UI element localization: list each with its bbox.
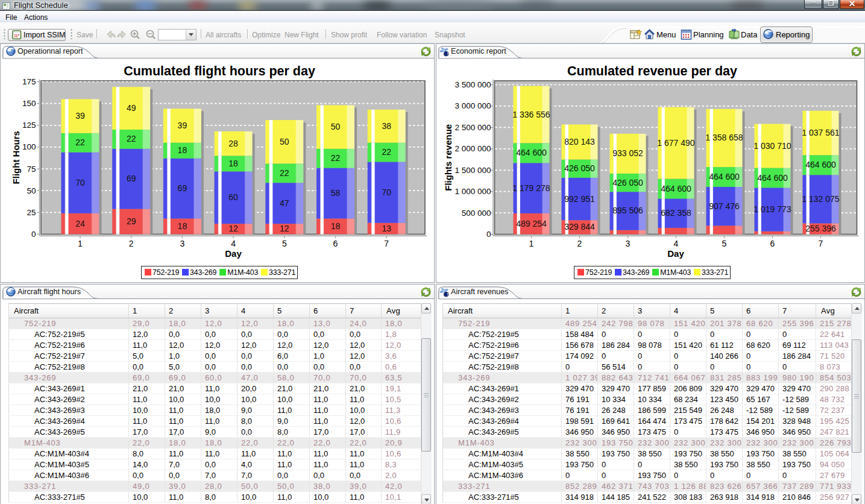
svg-text:7: 7 — [384, 239, 389, 248]
svg-text:13: 13 — [382, 224, 391, 233]
svg-text:682 358: 682 358 — [661, 208, 691, 218]
svg-text:69: 69 — [127, 174, 136, 183]
svg-text:1 500 000: 1 500 000 — [455, 166, 491, 175]
svg-text:5: 5 — [722, 239, 727, 248]
svg-text:1 030 710: 1 030 710 — [753, 141, 791, 151]
svg-text:7: 7 — [819, 239, 823, 248]
svg-text:70: 70 — [382, 187, 391, 197]
svg-text:1 358 658: 1 358 658 — [705, 133, 743, 142]
svg-text:426 050: 426 050 — [564, 163, 595, 173]
svg-text:3: 3 — [626, 239, 631, 248]
svg-text:1 019 773: 1 019 773 — [753, 204, 791, 214]
svg-text:464 600: 464 600 — [516, 148, 547, 157]
svg-text:426 050: 426 050 — [612, 178, 643, 187]
svg-text:4: 4 — [231, 239, 236, 248]
svg-text:464 600: 464 600 — [805, 160, 836, 169]
svg-text:464 600: 464 600 — [757, 173, 788, 183]
svg-text:464 600: 464 600 — [661, 184, 691, 194]
svg-text:329 844: 329 844 — [564, 222, 595, 232]
svg-text:175: 175 — [22, 77, 36, 86]
svg-text:22: 22 — [280, 168, 289, 178]
svg-text:Flight Hours: Flight Hours — [11, 131, 21, 184]
svg-text:75: 75 — [27, 165, 36, 174]
svg-text:29: 29 — [127, 216, 136, 226]
svg-text:895 506: 895 506 — [612, 206, 643, 215]
svg-text:1 336 556: 1 336 556 — [512, 110, 550, 119]
svg-text:4: 4 — [674, 239, 679, 248]
svg-text:255 396: 255 396 — [805, 224, 836, 233]
svg-text:18: 18 — [178, 145, 187, 155]
svg-text:6: 6 — [770, 239, 775, 248]
svg-text:69: 69 — [178, 183, 187, 193]
svg-text:6: 6 — [333, 239, 338, 248]
svg-text:125: 125 — [22, 121, 36, 130]
svg-text:3: 3 — [180, 239, 185, 248]
svg-text:18: 18 — [228, 159, 238, 168]
svg-text:50: 50 — [331, 122, 341, 131]
svg-text:1 677 490: 1 677 490 — [657, 138, 694, 148]
svg-text:0: 0 — [486, 230, 491, 239]
svg-text:Flights revenue: Flights revenue — [443, 124, 453, 191]
svg-text:47: 47 — [280, 198, 289, 208]
svg-text:500 000: 500 000 — [462, 209, 491, 218]
svg-text:50: 50 — [27, 186, 36, 195]
svg-text:2 000 000: 2 000 000 — [455, 144, 491, 153]
svg-text:49: 49 — [127, 103, 136, 113]
svg-text:907 476: 907 476 — [709, 201, 740, 211]
svg-text:464 600: 464 600 — [709, 172, 740, 181]
svg-text:489 254: 489 254 — [516, 219, 547, 228]
svg-text:22: 22 — [75, 137, 85, 147]
svg-text:1 132 075: 1 132 075 — [802, 194, 839, 204]
svg-text:22: 22 — [382, 147, 391, 157]
svg-text:Cumulated revenue per day: Cumulated revenue per day — [567, 64, 737, 78]
svg-text:12: 12 — [228, 224, 238, 233]
svg-text:39: 39 — [178, 121, 187, 130]
svg-text:933 052: 933 052 — [612, 148, 643, 158]
svg-text:39: 39 — [75, 111, 85, 121]
svg-text:5: 5 — [282, 239, 287, 248]
svg-text:70: 70 — [75, 178, 85, 187]
svg-text:100: 100 — [22, 142, 36, 151]
svg-text:22: 22 — [331, 153, 341, 163]
svg-text:12: 12 — [280, 224, 289, 233]
svg-text:0: 0 — [31, 230, 36, 239]
svg-text:18: 18 — [178, 221, 187, 231]
svg-text:1 179 278: 1 179 278 — [512, 183, 550, 193]
svg-text:1 037 561: 1 037 561 — [802, 128, 839, 137]
svg-text:1 000 000: 1 000 000 — [455, 187, 491, 196]
svg-text:992 951: 992 951 — [564, 194, 595, 204]
svg-text:24: 24 — [75, 219, 85, 228]
svg-text:820 143: 820 143 — [564, 137, 595, 146]
svg-text:28: 28 — [228, 139, 238, 148]
svg-text:Day: Day — [225, 248, 242, 259]
svg-text:1: 1 — [529, 239, 534, 248]
svg-text:50: 50 — [280, 137, 289, 146]
svg-text:Day: Day — [667, 248, 684, 259]
svg-text:2: 2 — [129, 239, 134, 248]
svg-text:150: 150 — [22, 99, 36, 108]
svg-text:58: 58 — [331, 188, 341, 198]
svg-text:3 500 000: 3 500 000 — [455, 80, 491, 89]
svg-text:18: 18 — [331, 221, 341, 231]
svg-text:2: 2 — [577, 239, 582, 248]
svg-text:1: 1 — [78, 239, 83, 248]
svg-text:25: 25 — [27, 208, 36, 217]
svg-text:38: 38 — [382, 121, 391, 131]
svg-text:22: 22 — [127, 134, 136, 143]
svg-text:60: 60 — [228, 192, 238, 202]
svg-text:2 500 000: 2 500 000 — [455, 123, 491, 132]
svg-text:3 000 000: 3 000 000 — [455, 101, 491, 110]
svg-text:Cumulated flight hours per day: Cumulated flight hours per day — [124, 64, 315, 78]
